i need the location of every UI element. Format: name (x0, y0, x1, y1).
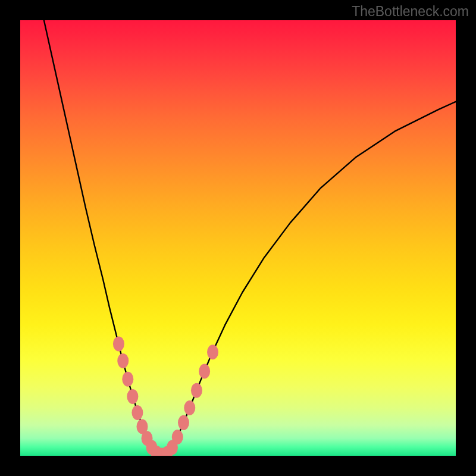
chart-frame: TheBottleneck.com (0, 0, 476, 476)
data-marker (131, 405, 143, 420)
plot-area (20, 20, 456, 456)
data-marker (122, 372, 133, 387)
data-marker (178, 415, 189, 430)
data-marker (207, 345, 218, 359)
data-marker (117, 353, 129, 368)
data-markers (113, 336, 218, 456)
data-marker (199, 364, 210, 378)
data-marker (184, 400, 195, 415)
data-marker (172, 430, 183, 444)
data-marker (191, 383, 202, 398)
data-marker (113, 336, 124, 351)
chart-svg (20, 20, 456, 456)
bottleneck-curve (42, 20, 456, 455)
attribution-label: TheBottleneck.com (352, 4, 469, 20)
data-marker (127, 389, 138, 404)
